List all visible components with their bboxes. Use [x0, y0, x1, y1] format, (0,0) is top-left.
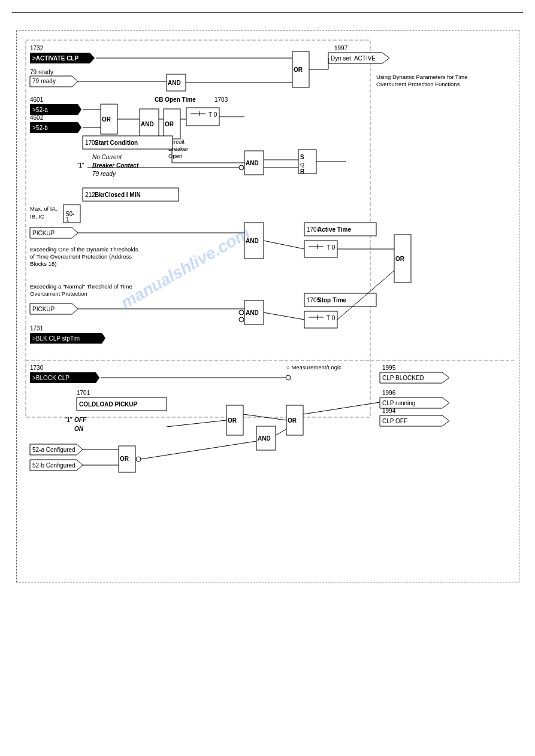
sr-s-label: S: [300, 154, 304, 160]
off-label: OFF: [74, 417, 87, 423]
block-clp-arrow: [96, 372, 99, 383]
dyn-active-label: Dyn set. ACTIVE: [331, 55, 376, 62]
s52b-label: >52-b: [32, 125, 48, 131]
gate-or-52conf-label: OR: [120, 456, 129, 462]
no-current-label: No Current: [92, 154, 122, 160]
gate-or4-label: OR: [395, 256, 405, 262]
measurement-logic-label: ○ Measurement/Logic: [286, 364, 341, 371]
s52a-label: >52-a: [32, 107, 48, 113]
pickup1-label: PICKUP: [32, 230, 55, 236]
page: manualshlive.com 1732 >ACTIVATE CLP 79 r…: [0, 0, 535, 756]
exceed-dynamic-text1: Exceeding One of the Dynamic Thresholds: [30, 246, 138, 253]
timer2-label: T 0: [327, 244, 335, 251]
52b-conf-label: 52-b Configured: [32, 462, 75, 469]
addr-1996: 1996: [382, 390, 396, 396]
gate-and5-label: AND: [246, 309, 259, 316]
exceed-normal-text2: Overcurrent Protection: [30, 290, 87, 297]
79ready-italic-label: 79 ready: [92, 171, 116, 177]
open-contact-circle2: [239, 310, 244, 315]
bkr-closed-label: BkrClosed I MIN: [95, 192, 141, 198]
block-clp-circle: [286, 375, 291, 380]
pickup2-label: PICKUP: [32, 306, 55, 312]
addr-1994: 1994: [382, 408, 396, 414]
addr-1732: 1732: [30, 45, 44, 51]
or-52conf-circle: [136, 457, 141, 462]
gate-or-52ab-label: OR: [102, 116, 111, 123]
line-or6-running: [303, 402, 380, 414]
s52b-arrow: [78, 122, 81, 133]
gate-and2-label: AND: [141, 121, 154, 127]
gate-or5-label: OR: [228, 417, 237, 424]
line-and4-timer2: [264, 241, 304, 249]
cb-open-time-label: CB Open Time: [155, 96, 196, 103]
cb-open-text3: Open: [168, 153, 182, 159]
on-label: ON: [74, 426, 84, 432]
blk-clp-arrow: [102, 333, 105, 344]
clp-blocked-label: CLP BLOCKED: [382, 375, 424, 381]
val-50-1-label2: 1: [66, 216, 69, 223]
addr-1701: 1701: [77, 390, 90, 396]
using-dynamic-line1: Using Dynamic Parameters for Time: [376, 74, 468, 80]
line-and6-or6: [276, 429, 286, 435]
addr-1997: 1997: [334, 45, 348, 51]
addr-4601: 4601: [30, 96, 44, 103]
addr-212: 212: [85, 192, 95, 198]
52a-conf-label: 52-a Configured: [32, 447, 75, 453]
gate-or2-label: OR: [294, 66, 303, 73]
addr-1731: 1731: [30, 325, 44, 332]
label-79ready-1: 79 ready: [30, 69, 53, 75]
activate-clp-label: >ACTIVATE CLP: [32, 55, 78, 62]
line-and5-timer3: [264, 312, 304, 320]
open-contact-circle: [239, 165, 244, 170]
start-condition-label: Start Condition: [95, 139, 138, 146]
addr-4602: 4602: [30, 114, 44, 121]
addr-1730: 1730: [30, 365, 44, 371]
addr-1703: 1703: [214, 96, 228, 103]
active-time-label: Active Time: [318, 226, 351, 233]
s52a-arrow: [78, 104, 81, 115]
sr-q-label: Q: [300, 162, 304, 168]
logic-diagram-svg: 1732 >ACTIVATE CLP 79 ready 79 ready AND…: [23, 37, 514, 576]
gate-and4-label: AND: [246, 238, 259, 244]
line-or52conf-and6: [141, 441, 256, 459]
diagram-container: manualshlive.com 1732 >ACTIVATE CLP 79 r…: [16, 31, 519, 582]
stop-time-label: Stop Time: [318, 297, 347, 303]
gate-or6-label: OR: [288, 417, 297, 424]
exceed-dynamic-text3: Blocks 18): [30, 260, 56, 267]
open-contact-circle3: [239, 317, 244, 322]
const-1a-label: "1": [77, 162, 84, 169]
exceed-dynamic-text2: of Time Overcurrent Protection (Address: [30, 253, 132, 260]
max-ia-text1: Max. of IA,: [30, 205, 57, 212]
gate-and6-label: AND: [258, 435, 271, 442]
addr-1995: 1995: [382, 365, 396, 371]
timer1-label: T 0: [208, 111, 217, 118]
blk-clp-label: >BLK CLP stpTim: [32, 335, 80, 342]
gate-and1-label: AND: [168, 80, 181, 86]
gate-and3-label: AND: [246, 160, 259, 166]
coldload-label: COLDLOAD PICKUP: [79, 401, 138, 408]
exceed-normal-text1: Exceeding a "Normal" Threshold of Time: [30, 283, 132, 290]
const-1b-label: "1": [65, 417, 72, 423]
sr-r-label: R: [300, 168, 305, 175]
using-dynamic-line2: Overcurrent Protection Functions: [376, 81, 460, 87]
activate-clp-tip: [90, 53, 95, 63]
gate-or3-label: OR: [165, 121, 174, 127]
clp-off-label: CLP OFF: [382, 418, 407, 424]
timer3-label: T 0: [327, 315, 335, 321]
clp-running-label: CLP running: [382, 400, 415, 406]
block-clp-label: >BLOCK CLP: [32, 375, 69, 381]
79ready-text: 79 ready: [32, 78, 56, 84]
top-border: [12, 12, 523, 13]
line-on-or5: [167, 420, 226, 427]
max-ia-text2: IB, IC: [30, 213, 44, 220]
